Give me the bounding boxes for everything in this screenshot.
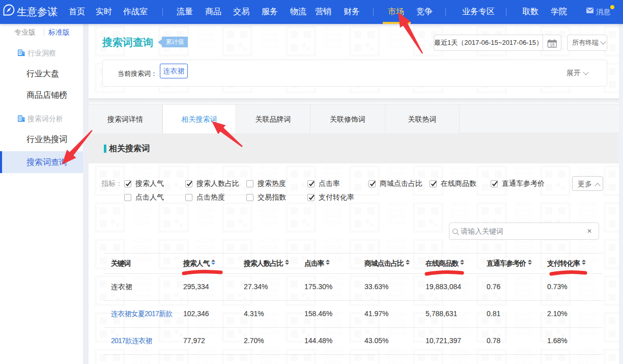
svg-text:15: 15 (550, 42, 555, 47)
